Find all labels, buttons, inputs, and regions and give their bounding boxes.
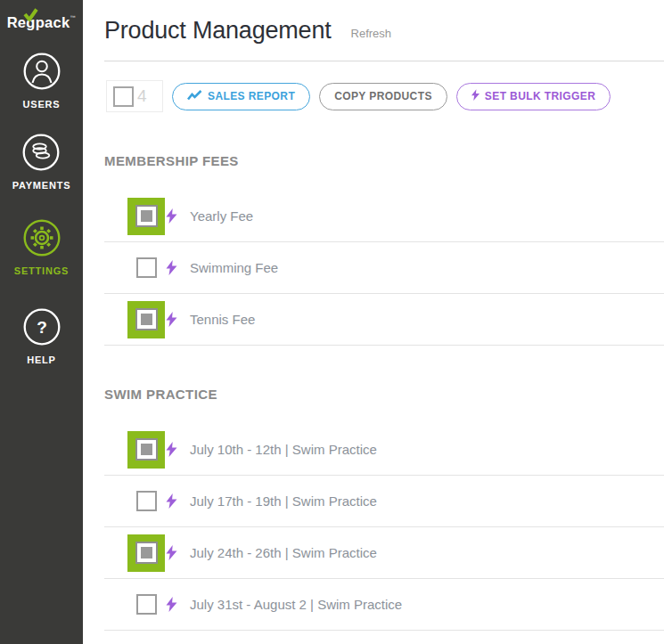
sidebar-item-help[interactable]: ? HELP bbox=[23, 308, 61, 365]
line-chart-icon bbox=[187, 90, 208, 103]
product-checkbox[interactable] bbox=[136, 257, 157, 278]
sidebar-item-settings[interactable]: SETTINGS bbox=[14, 219, 69, 276]
product-row: Swimming Fee bbox=[104, 242, 664, 294]
product-row: July 17th - 19th | Swim Practice bbox=[104, 476, 664, 527]
product-checkbox-highlight[interactable] bbox=[127, 586, 165, 624]
user-icon bbox=[23, 53, 61, 94]
product-checkbox-highlight[interactable] bbox=[127, 534, 165, 572]
product-checkbox-highlight[interactable] bbox=[127, 249, 165, 287]
product-label[interactable]: July 31st - August 2 | Swim Practice bbox=[190, 597, 402, 612]
product-row: Yearly Fee bbox=[104, 191, 664, 242]
trigger-bolt-icon[interactable] bbox=[166, 208, 177, 224]
product-checkbox[interactable] bbox=[135, 205, 158, 227]
sidebar-item-label: SETTINGS bbox=[14, 265, 69, 276]
gear-icon bbox=[23, 219, 61, 260]
product-row: July 10th - 12th | Swim Practice bbox=[104, 424, 664, 476]
product-checkbox[interactable] bbox=[135, 438, 158, 461]
product-section: MEMBERSHIP FEES Yearly Fee Swimming Fee bbox=[104, 153, 664, 346]
product-label[interactable]: July 10th - 12th | Swim Practice bbox=[190, 442, 377, 457]
logo-checkmark-icon bbox=[23, 8, 38, 25]
select-all-box: 4 bbox=[106, 80, 163, 112]
section-rows: July 10th - 12th | Swim Practice July 17… bbox=[104, 424, 664, 631]
product-checkbox[interactable] bbox=[136, 594, 157, 615]
copy-products-button[interactable]: COPY PRODUCTS bbox=[319, 83, 447, 110]
trademark: ™ bbox=[70, 14, 77, 20]
svg-text:?: ? bbox=[37, 318, 47, 337]
selected-count: 4 bbox=[137, 86, 147, 106]
sidebar: Regpack™ USERS bbox=[0, 0, 83, 644]
product-label[interactable]: Swimming Fee bbox=[190, 260, 278, 275]
page-header: Product Management Refresh bbox=[104, 0, 664, 61]
section-title: SWIM PRACTICE bbox=[104, 387, 664, 402]
set-bulk-trigger-button[interactable]: SET BULK TRIGGER bbox=[456, 83, 611, 110]
checkbox-fill bbox=[141, 444, 152, 455]
coins-icon bbox=[22, 134, 60, 175]
trigger-bolt-icon[interactable] bbox=[166, 597, 177, 612]
product-label[interactable]: Yearly Fee bbox=[190, 208, 253, 224]
main-content: Product Management Refresh 4 SALES REPOR… bbox=[83, 0, 664, 644]
product-checkbox[interactable] bbox=[136, 491, 157, 511]
product-checkbox-highlight[interactable] bbox=[127, 198, 165, 235]
product-checkbox-highlight[interactable] bbox=[127, 483, 165, 520]
app-window: Regpack™ USERS bbox=[0, 0, 664, 644]
sales-report-label: SALES REPORT bbox=[208, 90, 295, 102]
refresh-link[interactable]: Refresh bbox=[351, 27, 392, 40]
product-checkbox[interactable] bbox=[135, 542, 158, 564]
set-bulk-trigger-label: SET BULK TRIGGER bbox=[485, 90, 595, 102]
product-label[interactable]: July 17th - 19th | Swim Practice bbox=[190, 493, 377, 509]
toolbar: 4 SALES REPORT COPY PRODUCTS SET BULK TR… bbox=[104, 80, 664, 112]
product-row: July 24th - 26th | Swim Practice bbox=[104, 527, 664, 579]
checkbox-fill bbox=[141, 314, 152, 325]
bolt-icon bbox=[471, 89, 485, 103]
product-checkbox-highlight[interactable] bbox=[127, 301, 165, 338]
section-rows: Yearly Fee Swimming Fee Tennis Fee bbox=[104, 191, 664, 346]
product-checkbox-highlight[interactable] bbox=[127, 431, 165, 469]
trigger-bolt-icon[interactable] bbox=[166, 442, 177, 457]
copy-products-label: COPY PRODUCTS bbox=[334, 90, 432, 102]
trigger-bolt-icon[interactable] bbox=[166, 312, 177, 327]
product-label[interactable]: Tennis Fee bbox=[190, 312, 255, 327]
select-all-checkbox[interactable] bbox=[113, 86, 134, 107]
sidebar-item-payments[interactable]: PAYMENTS bbox=[12, 134, 71, 191]
trigger-bolt-icon[interactable] bbox=[166, 260, 177, 275]
product-section: SWIM PRACTICE July 10th - 12th | Swim Pr… bbox=[104, 387, 664, 631]
regpack-logo[interactable]: Regpack™ bbox=[7, 14, 77, 31]
sales-report-button[interactable]: SALES REPORT bbox=[172, 83, 310, 110]
logo-text: Regpack bbox=[7, 14, 70, 30]
sidebar-item-users[interactable]: USERS bbox=[23, 53, 61, 110]
section-title: MEMBERSHIP FEES bbox=[104, 153, 664, 168]
product-row: Tennis Fee bbox=[104, 294, 664, 346]
product-label[interactable]: July 24th - 26th | Swim Practice bbox=[190, 545, 377, 560]
question-icon: ? bbox=[23, 308, 61, 349]
trigger-bolt-icon[interactable] bbox=[166, 493, 177, 509]
product-row: July 31st - August 2 | Swim Practice bbox=[104, 579, 664, 631]
page-title: Product Management bbox=[104, 17, 332, 45]
sidebar-item-label: USERS bbox=[23, 99, 61, 110]
sidebar-item-label: HELP bbox=[27, 355, 56, 365]
checkbox-fill bbox=[141, 210, 152, 222]
product-sections: MEMBERSHIP FEES Yearly Fee Swimming Fee bbox=[104, 153, 664, 631]
trigger-bolt-icon[interactable] bbox=[166, 545, 177, 560]
sidebar-item-label: PAYMENTS bbox=[12, 180, 71, 191]
product-checkbox[interactable] bbox=[135, 308, 158, 330]
checkbox-fill bbox=[141, 547, 152, 558]
